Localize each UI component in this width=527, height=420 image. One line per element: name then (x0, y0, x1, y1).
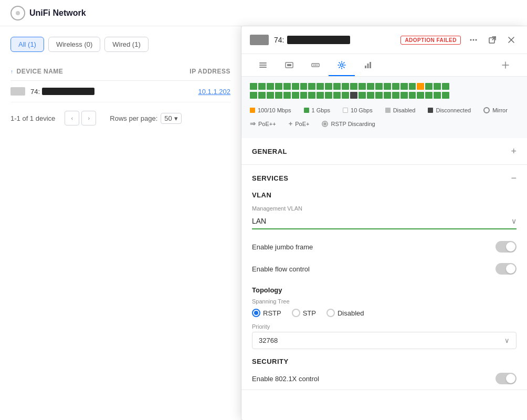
port-9[interactable] (317, 83, 324, 90)
nav-add-button[interactable] (492, 54, 519, 76)
left-panel: All (1) Wireless (0) Wired (1) ↑ DEVICE … (0, 26, 241, 420)
port-3[interactable] (267, 83, 274, 90)
vlan-title: VLAN (252, 191, 517, 199)
nav-stats-button[interactable] (355, 54, 381, 76)
port-39[interactable] (367, 92, 374, 99)
priority-select[interactable]: 32768 ∨ (252, 332, 517, 349)
nav-device-button[interactable] (276, 54, 302, 76)
port-27[interactable] (267, 92, 274, 99)
port-14[interactable] (359, 83, 366, 90)
vlan-chevron-icon: ∨ (511, 217, 517, 225)
port-36[interactable] (342, 92, 349, 99)
services-section-title: SERVICES (252, 174, 289, 182)
port-46[interactable] (425, 92, 433, 99)
port-42[interactable] (392, 92, 399, 99)
sfp-2[interactable] (462, 85, 470, 90)
port-8[interactable] (308, 83, 315, 90)
port-6[interactable] (292, 83, 299, 90)
port-32[interactable] (308, 92, 315, 99)
tab-all[interactable]: All (1) (10, 37, 44, 52)
port-20[interactable] (409, 83, 416, 90)
sfp-4[interactable] (462, 91, 470, 97)
table-row[interactable]: 74: 10.1.1.202 (10, 81, 230, 102)
dot1x-toggle[interactable] (496, 373, 517, 384)
port-44[interactable] (409, 92, 416, 99)
legend-mirror-icon (483, 107, 490, 113)
legend-rstp-icon (322, 121, 328, 127)
port-5[interactable] (283, 83, 291, 90)
port-15[interactable] (367, 83, 374, 90)
port-11[interactable] (333, 83, 341, 90)
port-33[interactable] (317, 92, 324, 99)
port-22[interactable] (425, 83, 433, 90)
nav-ports-button[interactable] (302, 54, 329, 76)
port-24[interactable] (442, 83, 449, 90)
port-26[interactable] (258, 92, 266, 99)
port-40[interactable] (375, 92, 383, 99)
rows-per-page-select[interactable]: 50 ▾ (161, 113, 181, 124)
port-10[interactable] (325, 83, 332, 90)
rstp-radio[interactable]: RSTP (252, 309, 281, 317)
flow-control-row: Enable flow control (252, 258, 517, 280)
port-21[interactable] (417, 83, 424, 90)
vlan-label: Management VLAN (252, 205, 517, 212)
nav-list-button[interactable] (250, 54, 276, 76)
col-ip-address: IP ADDRESS (167, 68, 230, 75)
tab-wired[interactable]: Wired (1) (104, 37, 148, 52)
port-13[interactable] (350, 83, 357, 90)
rows-per-page-value: 50 (164, 114, 172, 122)
svg-rect-14 (365, 66, 366, 68)
port-1[interactable] (250, 83, 257, 90)
external-link-button[interactable] (485, 33, 500, 47)
nav-settings-button[interactable] (329, 54, 355, 76)
port-19[interactable] (400, 83, 408, 90)
port-28[interactable] (275, 92, 282, 99)
sfp-1[interactable] (454, 85, 461, 90)
app-title: UniFi Network (29, 8, 86, 18)
disabled-radio[interactable]: Disabled (326, 309, 364, 317)
device-ip[interactable]: 10.1.1.202 (167, 88, 230, 96)
port-4[interactable] (275, 83, 282, 90)
next-page-button[interactable]: › (81, 111, 96, 125)
jumbo-frame-toggle[interactable] (496, 241, 517, 253)
sfp-3[interactable] (454, 91, 461, 97)
port-17[interactable] (384, 83, 391, 90)
ports-icon (311, 60, 320, 70)
port-16[interactable] (375, 83, 383, 90)
port-31[interactable] (300, 92, 308, 99)
port-45[interactable] (417, 92, 424, 99)
port-29[interactable] (283, 92, 291, 99)
svg-rect-6 (259, 67, 267, 68)
port-47[interactable] (434, 92, 441, 99)
port-7[interactable] (300, 83, 308, 90)
jumbo-frame-row: Enable jumbo frame (252, 236, 517, 258)
port-37[interactable] (350, 92, 357, 99)
rows-per-page-label: Rows per page: (110, 114, 157, 122)
stp-radio[interactable]: STP (292, 309, 316, 317)
port-12[interactable] (342, 83, 349, 90)
port-row-1 (250, 83, 449, 90)
port-43[interactable] (400, 92, 408, 99)
port-48[interactable] (442, 92, 449, 99)
tab-wireless[interactable]: Wireless (0) (48, 37, 100, 52)
services-section-header[interactable]: SERVICES − (241, 165, 527, 191)
port-35[interactable] (333, 92, 341, 99)
services-toggle-icon: − (511, 173, 517, 183)
port-25[interactable] (250, 92, 257, 99)
port-30[interactable] (292, 92, 299, 99)
logo-circle (10, 6, 25, 20)
close-button[interactable] (504, 33, 519, 47)
port-34[interactable] (325, 92, 332, 99)
port-38[interactable] (359, 92, 366, 99)
port-2[interactable] (258, 83, 266, 90)
general-section-header[interactable]: GENERAL + (241, 138, 527, 164)
prev-page-button[interactable]: ‹ (65, 111, 79, 125)
services-content: VLAN Management VLAN LAN ∨ Enable jumbo … (241, 191, 527, 358)
more-options-button[interactable] (466, 33, 481, 47)
port-23[interactable] (434, 83, 441, 90)
flow-control-toggle[interactable] (496, 263, 517, 275)
port-18[interactable] (392, 83, 399, 90)
port-41[interactable] (384, 92, 391, 99)
vlan-select[interactable]: LAN ∨ (252, 214, 517, 229)
services-section: SERVICES − VLAN Management VLAN LAN ∨ (241, 165, 527, 390)
